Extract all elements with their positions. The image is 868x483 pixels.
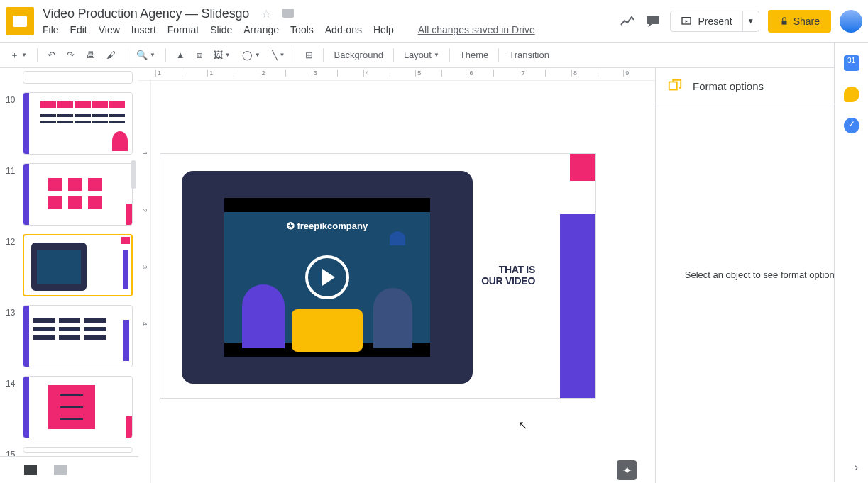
slide-thumb-10[interactable]: [23, 92, 133, 155]
slide-canvas[interactable]: ✪ freepikcompany THAT IS OUR VIDEO: [160, 153, 596, 399]
tasks-icon[interactable]: [844, 118, 859, 133]
menu-format[interactable]: Format: [167, 24, 199, 35]
canvas-area[interactable]: 1 1 2 3 4 5 6 7 8 9 1 2 3 4: [138, 68, 655, 483]
menu-help[interactable]: Help: [373, 24, 394, 35]
save-status[interactable]: All changes saved in Drive: [418, 24, 535, 35]
menu-view[interactable]: View: [99, 24, 120, 35]
play-icon[interactable]: [305, 255, 349, 299]
side-panel-toggle-icon[interactable]: ›: [855, 461, 858, 474]
present-icon: [681, 16, 692, 27]
filmstrip[interactable]: 10 11 12 13 14 15: [0, 68, 138, 483]
menu-addons[interactable]: Add-ons: [325, 24, 362, 35]
slide-title-text[interactable]: THAT IS OUR VIDEO: [481, 264, 535, 287]
new-slide-button[interactable]: ＋▼: [6, 46, 31, 65]
format-options-icon: [667, 78, 683, 94]
present-dropdown[interactable]: ▼: [742, 11, 759, 31]
menu-slide[interactable]: Slide: [210, 24, 232, 35]
redo-button[interactable]: ↷: [62, 47, 79, 63]
thumb-num-10: 10: [6, 92, 23, 155]
thumb-num-14: 14: [6, 376, 23, 438]
menu-insert[interactable]: Insert: [131, 24, 156, 35]
keep-icon[interactable]: [844, 87, 859, 102]
illustration-lamp: [390, 231, 405, 245]
shape-tool[interactable]: ◯▼: [238, 47, 265, 63]
svg-rect-3: [669, 82, 677, 90]
present-label: Present: [698, 16, 732, 27]
comment-button[interactable]: ⊞: [301, 47, 317, 63]
slide-thumb-11[interactable]: [23, 163, 133, 226]
video-placeholder[interactable]: ✪ freepikcompany: [182, 171, 473, 384]
filmstrip-view-icon[interactable]: [24, 465, 37, 475]
menu-arrange[interactable]: Arrange: [243, 24, 279, 35]
menu-edit[interactable]: Edit: [70, 24, 87, 35]
svg-rect-2: [781, 20, 786, 24]
video-letterbox-top: [224, 198, 430, 212]
svg-rect-0: [647, 16, 659, 24]
ruler-horizontal: 1 1 2 3 4 5 6 7 8 9: [138, 68, 655, 81]
zoom-button[interactable]: 🔍▼: [132, 47, 160, 63]
share-label: Share: [793, 16, 820, 27]
toolbar: ＋▼ ↶ ↷ 🖶 🖌 🔍▼ ▲ ⧈ 🖼▼ ◯▼ ╲▼ ⊞ Background …: [0, 43, 868, 68]
document-title[interactable]: Video Production Agency — Slidesgo: [43, 6, 249, 21]
layout-label: Layout: [404, 50, 432, 60]
panel-title: Format options: [693, 80, 836, 92]
transition-button[interactable]: Transition: [505, 47, 554, 63]
print-button[interactable]: 🖶: [82, 47, 99, 63]
app-header: Video Production Agency — Slidesgo ☆ Fil…: [0, 0, 868, 43]
paint-format-button[interactable]: 🖌: [102, 47, 120, 63]
activity-icon[interactable]: [619, 13, 636, 30]
undo-button[interactable]: ↶: [43, 47, 60, 63]
thumb-num-13: 13: [6, 305, 23, 367]
filmstrip-scrollbar[interactable]: [131, 160, 136, 189]
slide-title-line2: OUR VIDEO: [481, 275, 535, 287]
view-mode-bar: [0, 456, 138, 483]
slide-thumb-14[interactable]: [23, 376, 133, 438]
star-icon[interactable]: ☆: [261, 8, 271, 20]
slide-thumb-9-partial[interactable]: [23, 71, 133, 84]
illustration-person-2: [373, 288, 412, 348]
background-button[interactable]: Background: [329, 47, 387, 63]
explore-button[interactable]: ✦: [617, 460, 637, 480]
mouse-cursor: ↖: [518, 418, 527, 432]
line-tool[interactable]: ╲▼: [268, 47, 290, 63]
theme-button[interactable]: Theme: [456, 47, 493, 63]
illustration-person-1: [242, 284, 285, 348]
menu-file[interactable]: File: [43, 24, 59, 35]
thumb-num-12: 12: [6, 234, 23, 296]
slide-title-line1: THAT IS: [481, 264, 535, 275]
image-tool[interactable]: 🖼▼: [209, 47, 235, 63]
ruler-vertical: 1 2 3 4: [138, 81, 151, 483]
calendar-icon[interactable]: [844, 55, 859, 71]
slides-logo[interactable]: [6, 7, 34, 35]
slide-thumb-13[interactable]: [23, 305, 133, 367]
decor-pink-square: [570, 154, 595, 181]
present-button[interactable]: Present: [671, 11, 742, 31]
textbox-tool[interactable]: ⧈: [192, 47, 207, 64]
layout-button[interactable]: Layout▼: [400, 47, 444, 63]
comments-icon[interactable]: [644, 13, 661, 30]
decor-purple-bar: [560, 214, 595, 398]
move-folder-icon[interactable]: [282, 9, 294, 18]
account-avatar[interactable]: [840, 10, 862, 33]
grid-view-icon[interactable]: [54, 465, 67, 475]
illustration-sofa: [292, 309, 363, 352]
slide-thumb-12[interactable]: [23, 234, 133, 296]
lock-icon: [779, 16, 789, 26]
menu-tools[interactable]: Tools: [290, 24, 314, 35]
video-brand-text: ✪ freepikcompany: [182, 221, 473, 231]
menu-bar: File Edit View Insert Format Slide Arran…: [43, 24, 619, 35]
side-panel: ›: [834, 43, 868, 482]
select-tool[interactable]: ▲: [172, 47, 189, 63]
share-button[interactable]: Share: [768, 10, 831, 33]
slide-thumb-15-partial[interactable]: [23, 447, 133, 453]
thumb-num-11: 11: [6, 163, 23, 226]
